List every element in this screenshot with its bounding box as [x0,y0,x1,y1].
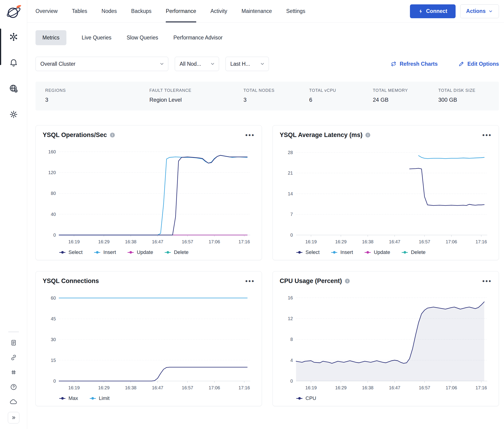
legend-item-update[interactable]: Update [127,249,153,255]
chart-card-ysql-latency: YSQL Average Latency (ms) i ●●● 07142128… [273,125,499,260]
chart-menu-button[interactable]: ●●● [482,133,492,137]
chart-plot: 0714212816:1916:2916:3816:4716:5717:0617… [280,142,492,248]
x-tick-label: 16:47 [152,385,163,390]
x-tick-label: 17:06 [209,239,220,244]
x-tick-label: 17:16 [476,385,487,390]
y-tick-label: 21 [288,170,293,176]
stat-label: TOTAL MEMORY [373,88,438,93]
time-range-select[interactable]: Last H... [225,57,269,71]
x-tick-label: 17:16 [476,239,487,244]
yugabyte-logo[interactable] [5,3,22,20]
legend-marker-icon [127,252,134,253]
legend-label: Insert [103,249,116,255]
stat-label: TOTAL vCPU [309,88,373,93]
subtab-slow-queries[interactable]: Slow Queries [127,35,158,41]
y-tick-label: 0 [53,378,56,384]
info-icon[interactable]: i [345,279,350,284]
edit-options-link[interactable]: Edit Options [458,61,499,67]
alerts-bell-icon[interactable] [8,57,19,68]
legend-item-delete[interactable]: Delete [402,249,426,255]
tab-nodes[interactable]: Nodes [101,0,117,22]
legend-label: Max [69,395,78,401]
chart-menu-button[interactable]: ●●● [245,279,255,284]
settings-gear-icon[interactable] [8,109,19,120]
legend-item-update[interactable]: Update [364,249,390,255]
legend-marker-icon [165,252,171,253]
x-tick-label: 16:38 [125,239,136,244]
network-globe-icon[interactable] [8,83,19,94]
top-nav: Overview Tables Nodes Backups Performanc… [27,0,504,23]
tab-tables[interactable]: Tables [72,0,87,22]
actions-button[interactable]: Actions [460,4,499,18]
legend-marker-icon [296,398,302,399]
stat-value: 6 [309,97,373,103]
stat-fault-tolerance: FAULT TOLERANCE Region Level [150,88,243,103]
subtab-performance-advisor[interactable]: Performance Advisor [173,35,222,41]
y-tick-label: 15 [51,358,56,363]
chart-title: CPU Usage (Percent) [280,277,342,285]
stat-label: TOTAL DISK SIZE [438,88,475,93]
chart-legend: MaxLimit [43,395,255,401]
clusters-icon[interactable] [8,31,19,43]
legend-label: Update [374,249,390,255]
tab-backups[interactable]: Backups [131,0,151,22]
cluster-tabs: Overview Tables Nodes Backups Performanc… [35,0,305,22]
x-tick-label: 16:19 [305,239,317,244]
chart-menu-button[interactable]: ●●● [245,133,255,137]
x-tick-label: 16:57 [419,385,430,390]
x-tick-label: 16:47 [389,385,400,390]
connect-button[interactable]: Connect [410,4,456,18]
x-tick-label: 16:29 [98,239,109,244]
help-icon[interactable] [9,382,18,392]
integrations-link-icon[interactable] [9,353,18,362]
y-tick-label: 28 [288,150,293,155]
tab-settings[interactable]: Settings [286,0,305,22]
stat-label: REGIONS [45,88,150,93]
tab-maintenance[interactable]: Maintenance [242,0,272,22]
x-tick-label: 16:57 [419,239,430,244]
y-tick-label: 60 [51,295,56,301]
filter-bar: Overall Cluster All Nod... Last H... [35,57,499,71]
refresh-charts-link[interactable]: Refresh Charts [390,61,438,67]
legend-item-delete[interactable]: Delete [165,249,189,255]
chart-title: YSQL Average Latency (ms) [280,132,363,139]
expand-sidebar-icon[interactable] [8,412,19,423]
y-tick-label: 0 [290,378,293,384]
legend-item-cpu[interactable]: CPU [296,395,316,401]
cluster-select[interactable]: Overall Cluster [35,57,168,71]
y-tick-label: 8 [290,337,293,342]
cloud-status-icon[interactable] [9,397,18,406]
legend-item-max[interactable]: Max [59,395,78,401]
subtab-metrics[interactable]: Metrics [35,30,66,45]
legend-item-limit[interactable]: Limit [90,395,109,401]
legend-item-insert[interactable]: Insert [331,249,353,255]
tab-performance[interactable]: Performance [166,0,196,22]
legend-item-select[interactable]: Select [59,249,82,255]
info-icon[interactable]: i [365,133,370,137]
x-tick-label: 16:57 [182,239,193,244]
y-tick-label: 12 [288,316,293,321]
stat-total-nodes: TOTAL NODES 3 [243,88,309,103]
slack-icon[interactable] [9,368,18,377]
tab-overview[interactable]: Overview [35,0,58,22]
y-tick-label: 40 [51,212,56,217]
stat-value: 24 GB [373,97,438,103]
legend-marker-icon [296,252,302,253]
y-tick-label: 0 [53,232,56,238]
node-select-value: All Nod... [180,61,201,67]
time-range-select-value: Last H... [230,61,250,67]
tab-activity[interactable]: Activity [211,0,227,22]
node-select[interactable]: All Nod... [175,57,219,71]
app-root: Overview Tables Nodes Backups Performanc… [0,0,504,429]
legend-item-insert[interactable]: Insert [94,249,116,255]
y-tick-label: 30 [51,337,56,342]
filter-links: Refresh Charts Edit Options [390,61,499,67]
subtab-live-queries[interactable]: Live Queries [82,35,111,41]
legend-item-select[interactable]: Select [296,249,319,255]
stat-total-memory: TOTAL MEMORY 24 GB [373,88,438,103]
performance-subtabs: Metrics Live Queries Slow Queries Perfor… [35,29,499,46]
info-icon[interactable]: i [110,133,115,137]
chart-menu-button[interactable]: ●●● [482,279,492,284]
legend-label: CPU [306,395,316,401]
docs-icon[interactable] [9,338,18,347]
